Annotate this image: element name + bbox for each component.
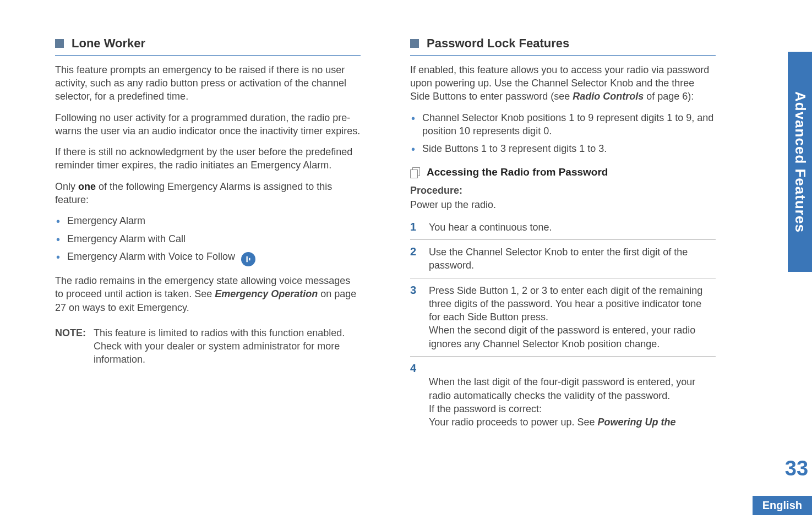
step-item: When the last digit of the four-digit pa… [410, 356, 716, 434]
section-bullet-icon [55, 39, 64, 48]
reference-link: Powering Up the [598, 417, 676, 428]
reference-link: Radio Controls [573, 91, 644, 102]
step-item: You hear a continuous tone. [410, 215, 716, 239]
right-column: Password Lock Features If enabled, this … [410, 22, 716, 435]
note-block: NOTE: This feature is limited to radios … [55, 326, 361, 367]
paragraph: If there is still no acknowledgment by t… [55, 145, 361, 172]
section-password-lock: Password Lock Features [410, 35, 716, 56]
heading-lone-worker: Lone Worker [72, 35, 145, 52]
alarm-list: Emergency Alarm Emergency Alarm with Cal… [55, 214, 361, 266]
procedure-intro: Power up the radio. [410, 198, 716, 211]
paragraph: The radio remains in the emergency state… [55, 274, 361, 314]
text: of the following Emergency Alarms is ass… [55, 181, 332, 205]
paragraph: Following no user activity for a program… [55, 111, 361, 138]
section-lone-worker: Lone Worker [55, 35, 361, 56]
paragraph: This feature prompts an emergency to be … [55, 63, 361, 103]
reference-link: Emergency Operation [215, 288, 318, 299]
controls-list: Channel Selector Knob positions 1 to 9 r… [410, 111, 716, 156]
list-item-text: Emergency Alarm with Voice to Follow [67, 251, 235, 262]
list-item: Emergency Alarm [55, 214, 361, 227]
note-label: NOTE: [55, 326, 86, 367]
procedure-icon [410, 167, 420, 177]
page-number: 33 [781, 457, 812, 484]
step-item: Use the Channel Selector Knob to enter t… [410, 239, 716, 278]
list-item: Emergency Alarm with Call [55, 232, 361, 245]
list-item: Channel Selector Knob positions 1 to 9 r… [410, 111, 716, 138]
paragraph: Only one of the following Emergency Alar… [55, 180, 361, 207]
language-tab: English [753, 496, 812, 515]
note-text: This feature is limited to radios with t… [94, 326, 361, 367]
bold-text: one [78, 181, 96, 192]
subheading-accessing: Accessing the Radio from Password [427, 165, 608, 179]
heading-password-lock: Password Lock Features [427, 35, 569, 52]
chapter-tab: Advanced Features [788, 52, 812, 272]
procedure-steps: You hear a continuous tone. Use the Chan… [410, 215, 716, 435]
text: Only [55, 181, 78, 192]
text: of page 6): [644, 91, 694, 102]
paragraph: If enabled, this feature allows you to a… [410, 63, 716, 103]
procedure-label: Procedure: [410, 184, 716, 197]
page-content: Lone Worker This feature prompts an emer… [0, 0, 812, 457]
section-bullet-icon [410, 39, 419, 48]
list-item: Side Buttons 1 to 3 represent digits 1 t… [410, 142, 716, 155]
chapter-tab-label: Advanced Features [792, 91, 809, 233]
left-column: Lone Worker This feature prompts an emer… [55, 22, 361, 435]
voice-follow-icon [241, 252, 255, 266]
list-item: Emergency Alarm with Voice to Follow [55, 250, 361, 266]
sub-section-accessing: Accessing the Radio from Password [410, 165, 716, 179]
step-item: Press Side Button 1, 2 or 3 to enter eac… [410, 278, 716, 356]
